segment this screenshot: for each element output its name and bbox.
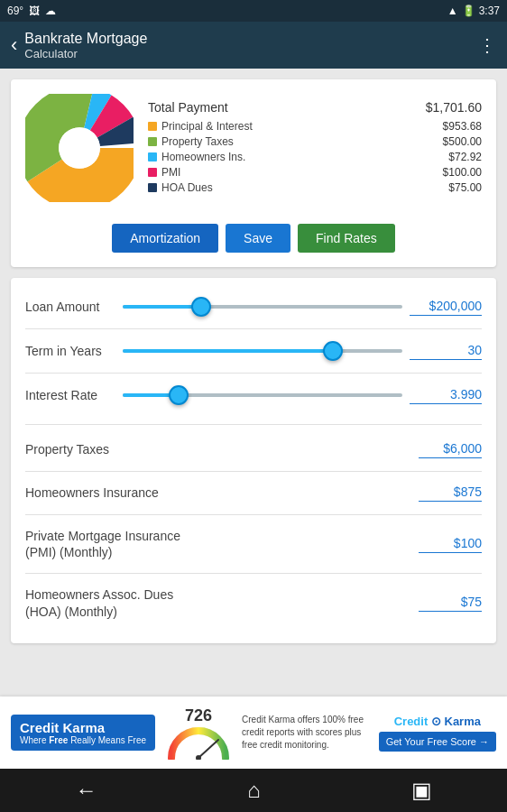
term-years-value: 30 (410, 343, 482, 360)
loan-amount-track (123, 305, 402, 309)
value-pmi: $100.00 (443, 166, 482, 179)
homeowners-insurance-value[interactable]: $875 (419, 484, 482, 502)
term-years-row: Term in Years 30 (25, 329, 482, 374)
label-pmi: PMI (161, 166, 180, 179)
pmi-label: Private Mortgage Insurance (PMI) (Monthl… (25, 528, 206, 560)
menu-icon[interactable]: ⋮ (478, 34, 496, 56)
loan-amount-fill (123, 305, 201, 309)
credit-karma-tagline: Where Free Really Means Free (20, 735, 146, 745)
battery-icon: 🔋 (462, 5, 475, 17)
dot-hoa (148, 183, 157, 192)
dot-homeowners (148, 152, 157, 161)
homeowners-insurance-row: Homeowners Insurance $875 (25, 472, 482, 515)
dot-pmi (148, 168, 157, 177)
status-left: 69° 🖼 ☁ (7, 5, 56, 17)
term-years-slider[interactable] (123, 340, 402, 362)
property-taxes-value[interactable]: $6,000 (419, 441, 482, 458)
ad-gauge: 726 (162, 706, 235, 760)
legend-item-1: Property Taxes $500.00 (148, 135, 482, 148)
app-bar-left: ‹ Bankrate Mortgage Calculator (11, 31, 147, 60)
hoa-value[interactable]: $75 (419, 595, 482, 612)
legend: Total Payment $1,701.60 Principal & Inte… (148, 100, 482, 197)
back-icon[interactable]: ‹ (11, 33, 17, 57)
content-area: Total Payment $1,701.60 Principal & Inte… (0, 69, 507, 665)
property-taxes-label: Property Taxes (25, 441, 109, 457)
interest-rate-row: Interest Rate 3.990 (25, 374, 482, 417)
value-homeowners: $72.92 (448, 151, 482, 163)
app-bar: ‹ Bankrate Mortgage Calculator ⋮ (0, 22, 507, 69)
interest-rate-label: Interest Rate (25, 388, 115, 402)
value-principal: $953.68 (443, 120, 482, 133)
interest-rate-value: 3.990 (410, 387, 482, 404)
hoa-label: Homeowners Assoc. Dues (HOA) (Monthly) (25, 586, 206, 619)
interest-rate-thumb[interactable] (169, 385, 189, 405)
sliders-card: Loan Amount $200,000 Term in Years (11, 278, 496, 643)
fields-section: Property Taxes $6,000 Homeowners Insuran… (11, 425, 496, 643)
pie-chart (25, 94, 134, 202)
loan-amount-slider[interactable] (123, 296, 402, 318)
nav-bar: ← ⌂ ▣ (0, 769, 507, 812)
ad-right-logo: Credit ⊙ Karma (394, 715, 481, 728)
credit-karma-title: Credit Karma (20, 720, 146, 735)
button-row: Amortization Save Find Rates (11, 217, 496, 267)
app-title-main: Bankrate Mortgage (24, 31, 147, 47)
app-title-sub: Calculator (24, 47, 147, 60)
pmi-row: Private Mortgage Insurance (PMI) (Monthl… (25, 515, 482, 574)
legend-item-3: PMI $100.00 (148, 166, 482, 179)
temperature: 69° (7, 5, 23, 17)
term-years-label: Term in Years (25, 344, 115, 358)
amortization-button[interactable]: Amortization (112, 224, 218, 253)
legend-title: Total Payment $1,701.60 (148, 100, 482, 115)
legend-item-4: HOA Dues $75.00 (148, 181, 482, 194)
homeowners-insurance-label: Homeowners Insurance (25, 484, 159, 501)
label-homeowners: Homeowners Ins. (161, 151, 245, 163)
loan-amount-thumb[interactable] (191, 297, 211, 317)
status-right: ▲ 🔋 3:37 (447, 5, 500, 17)
pmi-value[interactable]: $100 (419, 536, 482, 553)
status-bar: 69° 🖼 ☁ ▲ 🔋 3:37 (0, 0, 507, 22)
save-button[interactable]: Save (226, 224, 290, 253)
time: 3:37 (479, 5, 500, 17)
term-years-fill (123, 349, 333, 353)
svg-point-5 (59, 127, 100, 169)
nav-home-icon[interactable]: ⌂ (247, 778, 261, 803)
dot-taxes (148, 137, 157, 146)
summary-card: Total Payment $1,701.60 Principal & Inte… (11, 79, 496, 267)
wifi-icon: ▲ (447, 5, 458, 17)
svg-line-6 (198, 740, 218, 758)
interest-rate-track (123, 393, 402, 397)
nav-recent-icon[interactable]: ▣ (411, 778, 432, 803)
label-principal: Principal & Interest (161, 120, 253, 133)
nav-back-icon[interactable]: ← (75, 778, 97, 803)
ad-banner: Credit Karma Where Free Really Means Fre… (0, 697, 507, 769)
label-taxes: Property Taxes (161, 135, 234, 148)
interest-rate-slider[interactable] (123, 384, 402, 406)
value-hoa: $75.00 (448, 181, 482, 194)
cloud-icon: ☁ (45, 5, 56, 17)
find-rates-button[interactable]: Find Rates (298, 224, 395, 253)
value-taxes: $500.00 (443, 135, 482, 148)
label-hoa: HOA Dues (161, 181, 213, 194)
legend-item-2: Homeowners Ins. $72.92 (148, 151, 482, 163)
app-bar-title: Bankrate Mortgage Calculator (24, 31, 147, 60)
hoa-row: Homeowners Assoc. Dues (HOA) (Monthly) $… (25, 574, 482, 632)
photo-icon: 🖼 (29, 5, 40, 17)
sliders-section: Loan Amount $200,000 Term in Years (11, 278, 496, 424)
total-payment-value: $1,701.60 (426, 100, 482, 115)
loan-amount-row: Loan Amount $200,000 (25, 285, 482, 329)
gauge-svg (166, 725, 231, 760)
credit-score: 726 (185, 706, 212, 725)
ad-logo-section: Credit Karma Where Free Really Means Fre… (11, 715, 155, 751)
ad-body-text: Credit Karma offers 100% free credit rep… (242, 714, 372, 752)
pie-svg (25, 94, 134, 202)
term-years-track (123, 349, 402, 353)
legend-item-0: Principal & Interest $953.68 (148, 120, 482, 133)
get-free-score-button[interactable]: Get Your Free Score → (379, 732, 496, 752)
chart-section: Total Payment $1,701.60 Principal & Inte… (11, 79, 496, 217)
loan-amount-label: Loan Amount (25, 300, 115, 314)
total-payment-label: Total Payment (148, 100, 228, 115)
ad-cta-section[interactable]: Credit ⊙ Karma Get Your Free Score → (379, 715, 496, 752)
term-years-thumb[interactable] (323, 341, 343, 361)
loan-amount-value: $200,000 (410, 299, 482, 316)
dot-principal (148, 122, 157, 131)
